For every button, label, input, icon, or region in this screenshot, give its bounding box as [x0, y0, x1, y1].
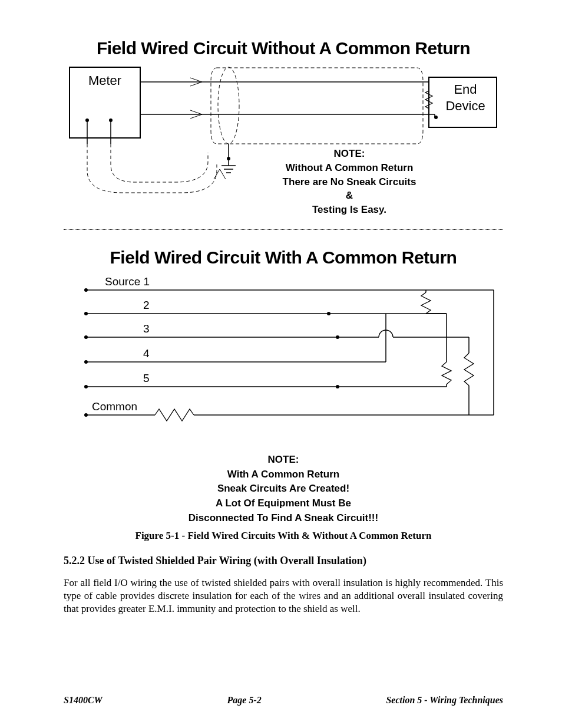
section-body: For all field I/O wiring the use of twis… — [64, 577, 503, 615]
footer-center: Page 5-2 — [227, 695, 262, 706]
note1-line4: Testing Is Easy. — [246, 203, 452, 217]
note1-line1: Without A Common Return — [246, 161, 452, 175]
figure-caption: Figure 5-1 - Field Wired Circuits With &… — [64, 530, 503, 542]
meter-label: Meter — [88, 73, 121, 88]
note2-line2: Sneak Circuits Are Created! — [64, 482, 503, 496]
page-footer: S1400CW Page 5-2 Section 5 - Wiring Tech… — [64, 695, 503, 706]
figure2-note: NOTE: With A Common Return Sneak Circuit… — [64, 453, 503, 525]
figure2-svg: Source 1 2 3 4 5 — [64, 274, 503, 439]
note2-heading: NOTE: — [64, 453, 503, 467]
svg-point-7 — [218, 67, 239, 144]
figure1-diagram: Meter End Device — [64, 64, 503, 218]
footer-left: S1400CW — [64, 695, 103, 706]
note2-line4: Disconnected To Find A Sneak Circuit!!! — [64, 511, 503, 526]
end-device-label1: End — [454, 82, 477, 97]
source-label-4: 5 — [143, 372, 150, 384]
figure2-title: Field Wired Circuit With A Common Return — [64, 248, 503, 268]
note1-heading: NOTE: — [246, 147, 452, 161]
end-device-label2: Device — [445, 98, 485, 113]
section-heading: 5.2.2 Use of Twisted Shielded Pair Wirin… — [64, 555, 503, 567]
figure-divider — [64, 229, 503, 230]
note2-line3: A Lot Of Equipment Must Be — [64, 496, 503, 511]
figure1-title: Field Wired Circuit Without A Common Ret… — [64, 38, 503, 58]
note2-line1: With A Common Return — [64, 467, 503, 482]
source-label-2: 3 — [143, 322, 150, 335]
note1-line3: & — [246, 189, 452, 203]
source-label-0: Source 1 — [105, 275, 150, 288]
figure1-note: NOTE: Without A Common Return There are … — [246, 147, 452, 217]
source-label-1: 2 — [143, 299, 150, 311]
figure2-diagram: Source 1 2 3 4 5 — [64, 274, 503, 450]
source-label-5: Common — [92, 400, 137, 413]
footer-right: Section 5 - Wiring Techniques — [386, 695, 503, 706]
note1-line2: There are No Sneak Circuits — [246, 175, 452, 189]
source-label-3: 4 — [143, 347, 150, 360]
